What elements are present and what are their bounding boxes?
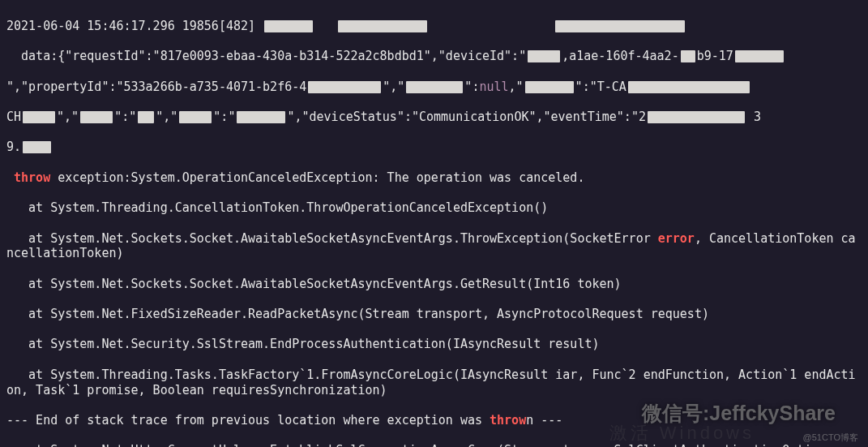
redacted-block xyxy=(648,111,745,123)
terminal-output: 2021-06-04 15:46:17.296 19856[482] data:… xyxy=(0,0,868,447)
log-text: exception:System.OperationCanceledExcept… xyxy=(50,170,584,185)
throw-keyword: throw xyxy=(6,170,50,185)
redacted-block xyxy=(338,20,427,32)
error-keyword: error xyxy=(658,231,695,246)
throw-keyword: throw xyxy=(490,413,526,428)
stack-frame: at System.Net.Sockets.Socket.AwaitableSo… xyxy=(6,231,862,261)
redacted-block xyxy=(80,111,113,123)
redacted-block xyxy=(735,50,784,62)
log-text: ":"T-CA xyxy=(575,80,626,94)
redacted-block xyxy=(525,81,574,93)
redacted-block xyxy=(555,20,685,32)
log-text: 3 xyxy=(746,110,761,124)
log-text: data:{"requestId":"817e0093-ebaa-430a-b3… xyxy=(6,49,526,63)
stack-frame: at System.Net.FixedSizeReader.ReadPacket… xyxy=(6,307,862,322)
redacted-block xyxy=(264,20,313,32)
log-line: 9. xyxy=(6,140,862,155)
log-text: ","deviceStatus":"CommunicationOK","even… xyxy=(287,110,646,124)
log-text: --- End of stack trace from previous loc… xyxy=(6,413,490,428)
log-text: CH xyxy=(6,110,21,124)
redacted-block xyxy=(681,50,695,62)
log-text: ": xyxy=(464,80,479,94)
timestamp-prefix: 2021-06-04 15:46:17.296 19856[482] xyxy=(6,19,263,33)
log-text: n --- xyxy=(526,413,562,428)
redacted-block xyxy=(308,81,381,93)
log-text xyxy=(314,19,336,33)
log-text xyxy=(429,19,554,33)
stack-frame: at System.Threading.CancellationToken.Th… xyxy=(6,200,862,216)
log-text: b9-17 xyxy=(697,49,733,63)
log-text: ,a1ae-160f-4aa2- xyxy=(562,49,679,63)
log-line: 2021-06-04 15:46:17.296 19856[482] xyxy=(6,19,862,34)
redacted-block xyxy=(23,141,51,153)
stack-frame: at System.Threading.Tasks.TaskFactory`1.… xyxy=(6,367,862,398)
log-text: at System.Net.Sockets.Socket.AwaitableSo… xyxy=(6,231,658,246)
stack-frame: --- End of stack trace from previous loc… xyxy=(6,413,862,428)
log-text: ","propertyId":"533a266b-a735-4071-b2f6-… xyxy=(6,80,306,94)
redacted-block xyxy=(628,81,750,93)
log-line: ","propertyId":"533a266b-a735-4071-b2f6-… xyxy=(6,80,862,95)
log-text: ":" xyxy=(114,110,136,124)
redacted-block xyxy=(23,111,55,123)
log-line: throw exception:System.OperationCanceled… xyxy=(6,170,862,186)
redacted-block xyxy=(138,111,154,123)
redacted-block xyxy=(528,50,560,62)
log-line: data:{"requestId":"817e0093-ebaa-430a-b3… xyxy=(6,49,862,64)
log-line: CH","":"","":"","deviceStatus":"Communic… xyxy=(6,110,862,125)
stack-frame: at System.Net.Http.ConnectHelper.Establi… xyxy=(6,443,862,447)
redacted-block xyxy=(406,81,463,93)
log-text: "," xyxy=(383,80,404,94)
log-text: ":" xyxy=(213,110,235,124)
redacted-block xyxy=(179,111,212,123)
log-text: "," xyxy=(57,110,79,124)
null-keyword: null xyxy=(479,80,508,94)
log-text: ," xyxy=(509,80,524,94)
redacted-block xyxy=(237,111,285,123)
stack-frame: at System.Net.Sockets.Socket.AwaitableSo… xyxy=(6,277,862,292)
stack-frame: at System.Net.Security.SslStream.EndProc… xyxy=(6,337,862,352)
log-text: "," xyxy=(156,110,177,124)
log-text: 9. xyxy=(6,140,21,154)
